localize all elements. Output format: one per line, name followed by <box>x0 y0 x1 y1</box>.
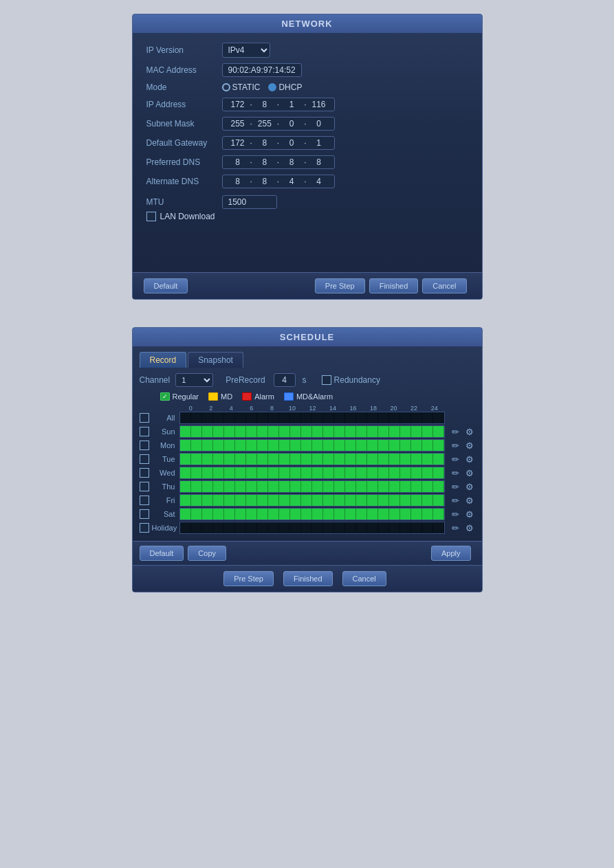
timeline-sun[interactable] <box>179 425 445 438</box>
alternate-dns-field[interactable]: 8 · 8 · 4 · 4 <box>222 175 335 188</box>
prerecord-label: PreRecord <box>226 375 265 385</box>
schedule-finished-button[interactable]: Finished <box>283 571 333 586</box>
alarm-icon <box>242 392 252 401</box>
settings-icon-mon[interactable]: ⚙ <box>464 440 475 451</box>
edit-icon-mon[interactable]: ✏ <box>450 440 461 451</box>
legend-md-alarm: MD&Alarm <box>284 392 333 401</box>
row-checkbox-holiday[interactable] <box>140 523 149 533</box>
network-finished-button[interactable]: Finished <box>369 278 419 293</box>
settings-icon-sat[interactable]: ⚙ <box>464 509 475 520</box>
prerecord-value[interactable]: 4 <box>274 373 296 387</box>
time-axis: 0 2 4 6 8 10 12 14 16 18 20 22 24 <box>179 405 445 412</box>
ip-address-field[interactable]: 172 · 8 · 1 · 116 <box>222 98 335 111</box>
schedule-row-holiday: Holiday ✏ ⚙ <box>140 522 475 534</box>
static-radio-dot <box>222 83 230 91</box>
day-label-thu: Thu <box>152 482 179 491</box>
preferred-dns-field[interactable]: 8 · 8 · 8 · 8 <box>222 155 335 169</box>
schedule-row-mon: Mon ✏ ⚙ <box>140 439 475 452</box>
tab-snapshot[interactable]: Snapshot <box>188 352 243 368</box>
network-panel: NETWORK IP Version IPv4 MAC Address 90:0… <box>132 14 483 300</box>
alternate-dns-row: Alternate DNS 8 · 8 · 4 · 4 <box>146 175 468 188</box>
redundancy-checkbox[interactable] <box>322 375 331 385</box>
md-icon <box>208 392 218 401</box>
timeline-wed[interactable] <box>179 467 445 479</box>
settings-icon-sun[interactable]: ⚙ <box>464 426 475 437</box>
ip-c: 1 <box>282 100 301 109</box>
settings-icon-fri[interactable]: ⚙ <box>464 495 475 506</box>
edit-icon-fri[interactable]: ✏ <box>450 495 461 506</box>
timeline-tue[interactable] <box>179 453 445 465</box>
pdns-a: 8 <box>228 157 248 167</box>
schedule-body: Channel 1 PreRecord 4 s Redundancy ✓ Reg… <box>133 368 482 541</box>
alarm-label: Alarm <box>254 392 274 401</box>
timeline-all[interactable] <box>179 412 445 424</box>
edit-icon-holiday[interactable]: ✏ <box>450 522 461 533</box>
edit-icon-tue[interactable]: ✏ <box>450 454 461 465</box>
t14: 14 <box>322 405 343 412</box>
network-prestep-button[interactable]: Pre Step <box>315 278 365 293</box>
row-checkbox-sun[interactable] <box>140 427 149 436</box>
subnet-a: 255 <box>228 119 248 129</box>
ip-address-row: IP Address 172 · 8 · 1 · 116 <box>146 98 468 111</box>
schedule-prestep-button[interactable]: Pre Step <box>223 571 274 586</box>
row-checkbox-tue[interactable] <box>140 454 149 464</box>
subnet-mask-row: Subnet Mask 255 · 255 · 0 · 0 <box>146 117 468 131</box>
schedule-cancel-button[interactable]: Cancel <box>342 571 386 586</box>
settings-icon-tue[interactable]: ⚙ <box>464 454 475 465</box>
ip-b: 8 <box>255 100 274 109</box>
md-alarm-label: MD&Alarm <box>296 392 333 401</box>
action-col-holiday: ✏ ⚙ <box>445 522 475 533</box>
timeline-sat[interactable] <box>179 508 445 520</box>
static-radio[interactable]: STATIC <box>222 82 261 92</box>
row-checkbox-mon[interactable] <box>140 441 149 450</box>
t10: 10 <box>282 405 303 412</box>
network-title: NETWORK <box>133 14 482 33</box>
edit-icon-sun[interactable]: ✏ <box>450 426 461 437</box>
schedule-panel: SCHEDULE Record Snapshot Channel 1 PreRe… <box>132 327 483 592</box>
channel-select[interactable]: 1 <box>175 373 213 387</box>
lan-download-checkbox[interactable] <box>146 212 156 221</box>
settings-icon-thu[interactable]: ⚙ <box>464 481 475 492</box>
edit-icon-sat[interactable]: ✏ <box>450 509 461 520</box>
mtu-value[interactable]: 1500 <box>222 195 277 209</box>
edit-icon-thu[interactable]: ✏ <box>450 481 461 492</box>
row-checkbox-sat[interactable] <box>140 509 149 519</box>
copy-button[interactable]: Copy <box>188 546 226 561</box>
tab-record[interactable]: Record <box>140 352 187 368</box>
ip-version-select[interactable]: IPv4 <box>222 43 270 58</box>
regular-icon: ✓ <box>160 392 170 401</box>
row-checkbox-wed[interactable] <box>140 468 149 478</box>
gw-b: 8 <box>255 138 274 148</box>
day-label-sun: Sun <box>152 427 179 436</box>
adns-a: 8 <box>228 177 248 186</box>
timeline-fri[interactable] <box>179 494 445 507</box>
timeline-mon[interactable] <box>179 439 445 452</box>
subnet-mask-field[interactable]: 255 · 255 · 0 · 0 <box>222 117 335 131</box>
default-gateway-label: Default Gateway <box>146 138 222 148</box>
legend-row: ✓ Regular MD Alarm MD&Alarm <box>140 392 475 401</box>
network-default-button[interactable]: Default <box>144 278 188 293</box>
adns-b: 8 <box>255 177 274 186</box>
action-col-sat: ✏ ⚙ <box>445 509 475 520</box>
settings-icon-holiday[interactable]: ⚙ <box>464 522 475 533</box>
schedule-default-button[interactable]: Default <box>140 546 184 561</box>
subnet-c: 0 <box>282 119 301 129</box>
t6: 6 <box>241 405 262 412</box>
row-checkbox-fri[interactable] <box>140 496 149 505</box>
apply-button[interactable]: Apply <box>431 546 471 561</box>
gw-c: 0 <box>282 138 301 148</box>
settings-icon-wed[interactable]: ⚙ <box>464 467 475 478</box>
timeline-holiday[interactable] <box>179 522 445 534</box>
row-checkbox-all[interactable] <box>140 413 149 423</box>
mode-radio-group: STATIC DHCP <box>222 82 303 92</box>
md-alarm-icon <box>284 392 294 401</box>
lan-download-label: LAN Download <box>160 212 215 221</box>
day-label-wed: Wed <box>152 469 179 477</box>
action-col-fri: ✏ ⚙ <box>445 495 475 506</box>
default-gateway-field[interactable]: 172 · 8 · 0 · 1 <box>222 136 335 150</box>
edit-icon-wed[interactable]: ✏ <box>450 467 461 478</box>
row-checkbox-thu[interactable] <box>140 482 149 491</box>
dhcp-radio[interactable]: DHCP <box>268 82 302 92</box>
network-cancel-button[interactable]: Cancel <box>422 278 466 293</box>
timeline-thu[interactable] <box>179 480 445 493</box>
